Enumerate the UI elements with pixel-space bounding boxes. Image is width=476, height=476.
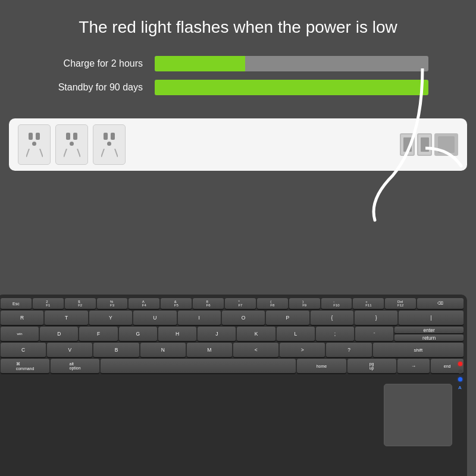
touchpad[interactable]	[384, 384, 452, 446]
key-6[interactable]: P	[266, 311, 309, 325]
key-f10[interactable]: -F10	[321, 298, 352, 309]
charge-label: Charge for 2 hours	[48, 58, 143, 69]
key-cmd[interactable]: ⌘command	[1, 359, 49, 373]
key-home[interactable]: home	[297, 359, 346, 373]
outlet-1-v-marks	[26, 149, 43, 157]
outlet-2-ground	[70, 142, 74, 146]
key-return[interactable]: return	[394, 334, 464, 341]
key-enter-top[interactable]: enter	[394, 327, 464, 333]
outlet-3	[93, 124, 126, 165]
key-h[interactable]: H	[158, 327, 196, 341]
key-v[interactable]: V	[47, 343, 92, 357]
svg-line-1	[40, 149, 43, 157]
charge-bar-fill	[155, 56, 245, 71]
key-pgup[interactable]: pgup	[347, 359, 396, 373]
key-j[interactable]: J	[198, 327, 236, 341]
key-m[interactable]: M	[187, 343, 232, 357]
outlet-3-hole-left	[104, 133, 108, 140]
outlet-2-v-marks	[64, 149, 80, 157]
outlet-3-v	[101, 149, 118, 157]
key-semicolon[interactable]: ;	[316, 327, 354, 341]
indicator-a-label: A	[458, 385, 462, 390]
key-f9[interactable]: )F9	[289, 298, 320, 309]
indicator-lights: A	[458, 362, 462, 390]
key-f6[interactable]: 8F6	[193, 298, 224, 309]
key-2[interactable]: Y	[89, 311, 132, 325]
keyboard-body: Esc 2F1 $F2 %F3 AF4 &F5 8F6 *F7 (F8 )F9 …	[0, 295, 467, 476]
svg-line-5	[115, 149, 118, 157]
key-arrow-right[interactable]: →	[397, 359, 430, 373]
key-c[interactable]: C	[1, 343, 46, 357]
key-period[interactable]: >	[280, 343, 325, 357]
outlet-3-hole-right	[111, 133, 115, 140]
outlet-1	[18, 124, 51, 165]
outlet-2-holes	[66, 133, 77, 140]
outlet-1-hole-right	[36, 133, 40, 140]
outlet-2-hole-right	[73, 133, 77, 140]
key-8[interactable]: }	[355, 311, 397, 325]
key-f5[interactable]: &F5	[161, 298, 192, 309]
indicator-red	[458, 362, 462, 366]
outlet-1-holes	[29, 133, 40, 140]
cable-svg	[345, 68, 440, 223]
keyboard-row-zxcv: C V B N M < > ? shift	[1, 343, 464, 357]
key-f3[interactable]: %F3	[97, 298, 128, 309]
keyboard-photo: Esc 2F1 $F2 %F3 AF4 &F5 8F6 *F7 (F8 )F9 …	[0, 286, 476, 476]
key-slash[interactable]: ?	[326, 343, 371, 357]
svg-line-3	[77, 149, 80, 157]
outlet-1-v	[26, 149, 43, 157]
key-7[interactable]: {	[311, 311, 353, 325]
key-n[interactable]: N	[140, 343, 186, 357]
keyboard-row-numbers: R T Y U I O P { } |	[1, 311, 464, 325]
outlet-1-ground	[32, 142, 36, 146]
key-4[interactable]: I	[178, 311, 221, 325]
outlet-2	[55, 124, 88, 165]
key-f12[interactable]: DelF12	[385, 298, 416, 309]
key-esc[interactable]: Esc	[1, 298, 32, 309]
keyboard-fn-row: Esc 2F1 $F2 %F3 AF4 &F5 8F6 *F7 (F8 )F9 …	[1, 298, 464, 309]
key-f7[interactable]: *F7	[225, 298, 256, 309]
svg-line-0	[26, 149, 29, 157]
keyboard-row-bottom: ⌘command altoption home pgup → end	[1, 359, 464, 373]
outlet-2-hole-left	[66, 133, 70, 140]
page-title: The red light flashes when the power is …	[0, 0, 476, 50]
indicator-blue	[458, 377, 462, 381]
key-g[interactable]: G	[119, 327, 157, 341]
keyboard-row-asdf: win D F G H J K L ; " enter return	[1, 327, 464, 341]
outlet-2-v	[64, 149, 80, 157]
svg-line-4	[101, 149, 104, 157]
key-f1[interactable]: 2F1	[33, 298, 64, 309]
outlet-3-v-marks	[101, 149, 118, 157]
key-3[interactable]: U	[133, 311, 176, 325]
key-9[interactable]: |	[399, 311, 464, 325]
outlet-3-ground	[107, 142, 111, 146]
indicator-off-1	[458, 369, 462, 374]
key-quote[interactable]: "	[355, 327, 393, 341]
outlet-group	[18, 124, 126, 165]
key-comma[interactable]: <	[233, 343, 278, 357]
indicator-off-row	[458, 369, 462, 374]
key-f8[interactable]: (F8	[257, 298, 288, 309]
key-space[interactable]	[101, 359, 296, 373]
outlet-1-hole-left	[29, 133, 33, 140]
key-windows[interactable]: win	[1, 327, 39, 341]
page-container: The red light flashes when the power is …	[0, 0, 476, 476]
key-d[interactable]: D	[40, 327, 78, 341]
outlet-3-holes	[104, 133, 115, 140]
key-backspace[interactable]: ⌫	[417, 298, 464, 309]
key-1[interactable]: T	[45, 311, 87, 325]
standby-label: Standby for 90 days	[48, 82, 143, 93]
key-b[interactable]: B	[93, 343, 139, 357]
key-f4[interactable]: AF4	[129, 298, 159, 309]
key-5[interactable]: O	[222, 311, 265, 325]
enter-key-group: enter return	[394, 327, 464, 341]
svg-line-2	[64, 149, 67, 157]
key-shift-right[interactable]: shift	[373, 343, 464, 357]
key-l[interactable]: L	[277, 327, 315, 341]
key-tilde[interactable]: R	[1, 311, 43, 325]
key-f[interactable]: F	[79, 327, 117, 341]
key-alt[interactable]: altoption	[51, 359, 99, 373]
key-k[interactable]: K	[237, 327, 275, 341]
key-f11[interactable]: +F11	[353, 298, 384, 309]
key-f2[interactable]: $F2	[65, 298, 96, 309]
